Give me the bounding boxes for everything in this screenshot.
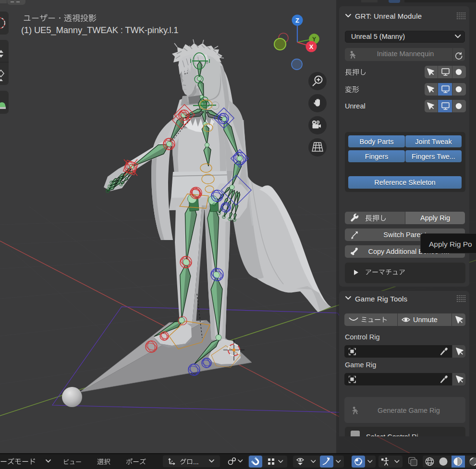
svg-text:...: ... xyxy=(193,458,199,466)
svg-text:Game Rig Tools: Game Rig Tools xyxy=(355,295,407,303)
svg-text:X: X xyxy=(309,43,314,50)
svg-text:Z: Z xyxy=(295,17,299,24)
svg-text:GRT: Unreal Module: GRT: Unreal Module xyxy=(355,12,422,20)
